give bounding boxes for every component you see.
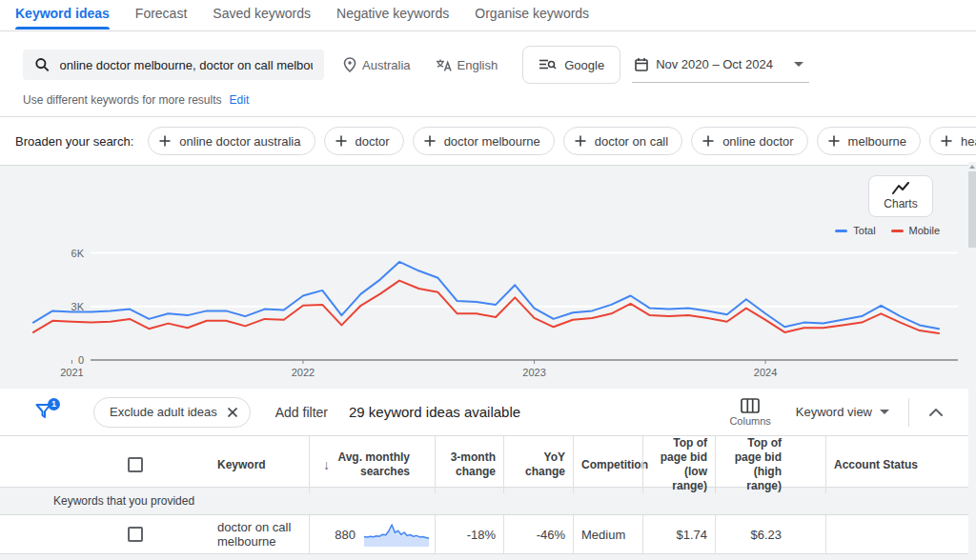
page-background bbox=[0, 554, 976, 560]
column-label: Keyword bbox=[217, 458, 266, 472]
filter-chip-exclude-adult[interactable]: Exclude adult ideas bbox=[93, 397, 251, 428]
search-icon bbox=[34, 56, 51, 73]
keyword-text: doctor on call melbourne bbox=[217, 520, 301, 549]
tab-keyword-ideas[interactable]: Keyword ideas bbox=[15, 0, 110, 30]
columns-label: Columns bbox=[729, 415, 770, 427]
column-label: Top of page bid (low range) bbox=[651, 436, 707, 493]
filter-funnel-icon[interactable]: 1 bbox=[34, 402, 55, 423]
legend-swatch bbox=[891, 230, 904, 232]
network-selector-button[interactable]: Google bbox=[522, 46, 620, 84]
filter-count-badge: 1 bbox=[48, 398, 60, 410]
top-bid-high-cell: $6.23 bbox=[715, 515, 825, 553]
broaden-chip-health[interactable]: health bbox=[929, 127, 976, 155]
columns-button[interactable]: Columns bbox=[729, 398, 770, 427]
keywords-table: Keyword ↓ Avg. monthly searches 3-month … bbox=[0, 436, 976, 554]
select-all-checkbox[interactable] bbox=[128, 457, 143, 472]
table-toolbar: 1 Exclude adult ideas Add filter 29 keyw… bbox=[0, 389, 968, 436]
row-checkbox[interactable] bbox=[128, 527, 143, 542]
close-icon[interactable] bbox=[227, 407, 238, 418]
search-row: online doctor melbourne, doctor on call … bbox=[0, 46, 976, 84]
collapse-chevron-button[interactable] bbox=[928, 408, 944, 417]
legend-label: Total bbox=[853, 225, 875, 236]
broaden-chip-online-doctor-australia[interactable]: online doctor australia bbox=[148, 127, 315, 155]
columns-icon bbox=[741, 398, 760, 413]
location-selector[interactable]: Australia bbox=[343, 57, 411, 72]
vertical-scrollbar[interactable] bbox=[968, 162, 976, 560]
result-count: 29 keyword ideas available bbox=[349, 404, 520, 420]
broaden-chip-doctor[interactable]: doctor bbox=[324, 127, 404, 155]
view-selector[interactable]: Keyword view bbox=[796, 405, 889, 419]
yoy-change-cell: -46% bbox=[503, 515, 573, 553]
search-network-icon bbox=[539, 58, 557, 71]
broaden-chip-doctor-on-call[interactable]: doctor on call bbox=[563, 127, 682, 155]
tab-saved-keywords[interactable]: Saved keywords bbox=[213, 0, 311, 30]
chip-label: online doctor bbox=[722, 134, 793, 149]
language-value: English bbox=[458, 58, 498, 72]
view-selector-value: Keyword view bbox=[796, 405, 872, 419]
column-header-top-bid-low[interactable]: Top of page bid (low range) bbox=[642, 436, 715, 493]
chip-label: doctor bbox=[356, 134, 390, 149]
3-month-change-cell: -18% bbox=[435, 515, 503, 553]
svg-text:3K: 3K bbox=[71, 301, 85, 312]
date-range-value: Nov 2020 – Oct 2024 bbox=[656, 57, 773, 71]
edit-link[interactable]: Edit bbox=[230, 93, 250, 107]
plus-icon bbox=[423, 134, 437, 148]
broaden-chip-melbourne[interactable]: melbourne bbox=[817, 127, 921, 155]
tab-organise-keywords[interactable]: Organise keywords bbox=[475, 0, 589, 30]
account-status-cell bbox=[825, 515, 968, 553]
chip-label: online doctor australia bbox=[179, 134, 300, 149]
search-panel: online doctor melbourne, doctor on call … bbox=[0, 31, 976, 117]
charts-button-label: Charts bbox=[884, 197, 917, 210]
column-label: Avg. monthly searches bbox=[330, 450, 427, 479]
search-trend-sparkline bbox=[363, 521, 430, 548]
location-value: Australia bbox=[362, 58, 411, 72]
broaden-search-row: Broaden your search: online doctor austr… bbox=[0, 117, 976, 166]
column-header-top-bid-high[interactable]: Top of page bid (high range) bbox=[715, 436, 825, 493]
chevron-up-icon bbox=[928, 408, 944, 417]
scrollbar-up-arrow[interactable] bbox=[969, 165, 975, 169]
chip-label: health bbox=[961, 134, 976, 149]
cell-value: -18% bbox=[467, 528, 496, 542]
date-range-selector[interactable]: Nov 2020 – Oct 2024 bbox=[632, 47, 809, 83]
plus-icon bbox=[827, 134, 841, 148]
chart-legend: TotalMobile bbox=[835, 225, 940, 236]
charts-button[interactable]: Charts bbox=[868, 175, 933, 217]
sort-descending-icon[interactable]: ↓ bbox=[323, 458, 330, 472]
legend-label: Mobile bbox=[909, 225, 940, 236]
svg-text:0: 0 bbox=[78, 354, 84, 366]
plus-icon bbox=[574, 134, 587, 148]
top-bid-low-cell: $1.74 bbox=[642, 515, 715, 553]
tab-forecast[interactable]: Forecast bbox=[135, 0, 187, 30]
broaden-chip-online-doctor[interactable]: online doctor bbox=[691, 127, 807, 155]
language-selector[interactable]: English bbox=[436, 58, 498, 72]
column-header-3-month-change[interactable]: 3-month change bbox=[435, 436, 503, 493]
chip-label: doctor on call bbox=[595, 134, 668, 149]
column-header-account-status[interactable]: Account Status bbox=[825, 436, 968, 493]
column-label: 3-month change bbox=[443, 450, 496, 479]
chevron-down-icon bbox=[880, 410, 889, 414]
plus-icon bbox=[940, 134, 953, 148]
column-header-avg-monthly-searches[interactable]: ↓ Avg. monthly searches bbox=[309, 436, 435, 493]
table-row[interactable]: doctor on call melbourne 880 -18% -46% M… bbox=[0, 515, 968, 554]
cell-value: -46% bbox=[537, 528, 565, 542]
cell-value: Medium bbox=[581, 528, 625, 542]
column-header-yoy-change[interactable]: YoY change bbox=[503, 436, 573, 493]
column-header-keyword: Keyword bbox=[0, 436, 309, 493]
location-pin-icon bbox=[343, 57, 356, 72]
network-value: Google bbox=[564, 58, 604, 72]
add-filter-button[interactable]: Add filter bbox=[275, 405, 328, 420]
tab-negative-keywords[interactable]: Negative keywords bbox=[336, 0, 449, 30]
keywords-input[interactable]: online doctor melbourne, doctor on call … bbox=[23, 50, 324, 80]
filter-chip-label: Exclude adult ideas bbox=[110, 405, 217, 419]
tab-bar: Keyword ideasForecastSaved keywordsNegat… bbox=[0, 0, 976, 31]
broaden-chip-doctor-melbourne[interactable]: doctor melbourne bbox=[413, 127, 555, 155]
line-chart-icon bbox=[891, 182, 910, 195]
scrollbar-thumb[interactable] bbox=[968, 171, 976, 248]
avg-monthly-searches-cell: 880 bbox=[309, 515, 435, 553]
plus-icon bbox=[335, 134, 348, 148]
trend-chart: 03K6K2021202220232024 bbox=[0, 166, 976, 389]
svg-text:2023: 2023 bbox=[522, 367, 545, 378]
broaden-label: Broaden your search: bbox=[15, 134, 133, 149]
avg-searches-value: 880 bbox=[335, 528, 356, 542]
column-header-competition[interactable]: Competition bbox=[573, 436, 642, 493]
